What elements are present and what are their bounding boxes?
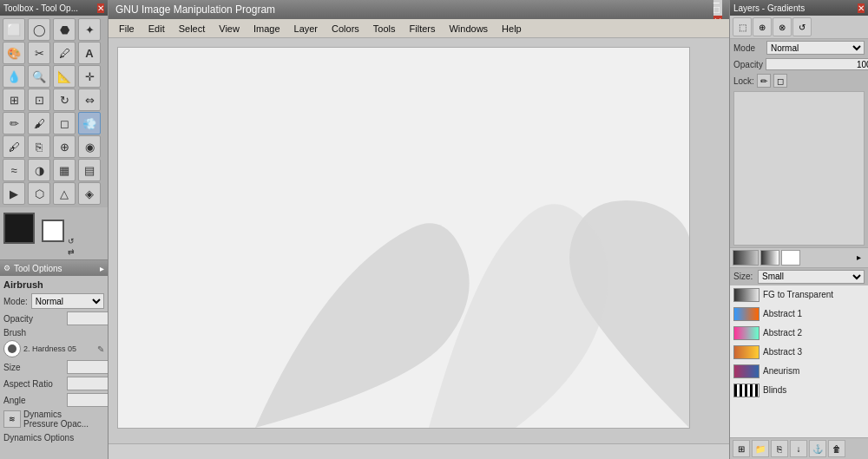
align-tool[interactable]: ⊞ xyxy=(3,89,25,111)
dynamics-options-row: Dynamics Options xyxy=(3,432,104,443)
duplicate-layer-btn[interactable]: ⎘ xyxy=(771,440,788,457)
smudge-tool[interactable]: ≈ xyxy=(3,159,25,181)
gradient-item-abstract2[interactable]: Abstract 2 xyxy=(730,324,868,343)
by-color-select-tool[interactable]: 🎨 xyxy=(3,42,25,64)
brush-preview[interactable] xyxy=(3,340,21,357)
size-input[interactable] xyxy=(67,360,108,374)
gradient-item-abstract1[interactable]: Abstract 1 xyxy=(730,305,868,324)
brush-edit-button[interactable]: ✎ xyxy=(97,344,104,354)
foreground-color-swatch[interactable] xyxy=(3,213,35,244)
magnify-tool[interactable]: 🔍 xyxy=(28,65,50,88)
extra-tool-1[interactable]: ⬡ xyxy=(28,182,50,205)
extra-tool-3[interactable]: ◈ xyxy=(78,182,101,205)
gradients-expand-button[interactable]: ▸ xyxy=(852,251,865,265)
menu-help[interactable]: Help xyxy=(495,22,529,36)
gradient-preview-abstract3 xyxy=(733,345,760,359)
menu-layer[interactable]: Layer xyxy=(287,22,326,36)
gradient-item-abstract3[interactable]: Abstract 3 xyxy=(730,343,868,362)
menu-image[interactable]: Image xyxy=(247,22,287,36)
channels-tab-button[interactable]: ⊕ xyxy=(753,17,772,36)
lock-alpha-button[interactable]: ◻ xyxy=(773,74,787,88)
text-tool[interactable]: A xyxy=(78,42,101,64)
background-color-swatch[interactable] xyxy=(42,220,64,242)
bg-grad-btn[interactable] xyxy=(781,250,800,266)
bucket-fill-tool[interactable]: ▦ xyxy=(53,159,76,181)
layer-thumbnail-area[interactable] xyxy=(733,91,865,246)
measure-tool[interactable]: 📐 xyxy=(53,65,76,88)
layers-tab-button[interactable]: ⬚ xyxy=(733,17,752,36)
blend-tool[interactable]: ▤ xyxy=(78,159,101,181)
ellipse-select-tool[interactable]: ◯ xyxy=(28,18,50,41)
angle-label: Angle xyxy=(3,396,64,405)
scale-tool[interactable]: ⇔ xyxy=(78,89,101,111)
gradient-size-select[interactable]: Small Medium Large xyxy=(758,270,865,284)
layers-panel: Layers - Gradients ✕ ⬚ ⊕ ⊗ ↺ Mode Normal… xyxy=(729,0,868,459)
layers-close-button[interactable]: ✕ xyxy=(858,3,865,13)
free-select-tool[interactable]: ⬣ xyxy=(53,18,76,41)
rect-select-tool[interactable]: ⬜ xyxy=(3,18,25,41)
crop-tool[interactable]: ⊡ xyxy=(28,89,50,111)
dodge-burn-tool[interactable]: ◑ xyxy=(28,159,50,181)
eraser-tool[interactable]: ◻ xyxy=(53,112,76,134)
move-tool[interactable]: ✛ xyxy=(78,65,101,88)
main-title-bar: GNU Image Manipulation Program _ □ ✕ xyxy=(108,0,729,19)
angle-input[interactable] xyxy=(67,393,108,407)
lock-pixels-button[interactable]: ✏ xyxy=(757,74,771,88)
canvas-inner[interactable] xyxy=(117,47,690,429)
fg-to-transparent-grad-btn[interactable] xyxy=(733,250,759,266)
convolve-tool[interactable]: ◉ xyxy=(78,135,101,158)
tool-options-expand[interactable]: ▸ xyxy=(100,264,104,273)
main-maximize-button[interactable]: □ xyxy=(713,3,722,16)
anchor-layer-btn[interactable]: ⚓ xyxy=(809,440,826,457)
gradients-toolbar: ▸ xyxy=(730,247,868,268)
paintbrush-tool[interactable]: 🖌 xyxy=(28,112,50,134)
aspect-ratio-input[interactable] xyxy=(67,377,108,390)
menu-view[interactable]: View xyxy=(212,22,247,36)
menu-file[interactable]: File xyxy=(112,22,141,36)
dynamics-info: Dynamics Pressure Opac... xyxy=(23,410,89,429)
menu-bar: File Edit Select View Image Layer Colors… xyxy=(108,19,729,38)
menu-tools[interactable]: Tools xyxy=(366,22,403,36)
canvas-container[interactable] xyxy=(108,38,729,443)
history-tab-button[interactable]: ↺ xyxy=(792,17,812,36)
rotate-tool[interactable]: ↻ xyxy=(53,89,76,111)
brush-row: Brush xyxy=(3,328,104,338)
reset-colors-hint: ↺ xyxy=(68,237,75,246)
scissors-tool[interactable]: ✂ xyxy=(28,42,50,64)
merge-down-btn[interactable]: ↓ xyxy=(790,440,807,457)
airbrush-tool[interactable]: 💨 xyxy=(78,112,101,134)
fg-bg-grad-btn[interactable] xyxy=(760,250,779,266)
mode-select[interactable]: Normal xyxy=(31,293,104,309)
size-label: Size: xyxy=(733,272,755,281)
gradient-preview-abstract1 xyxy=(733,307,760,321)
script-fu-tool[interactable]: ▶ xyxy=(3,182,25,205)
new-layer-group-btn[interactable]: 📁 xyxy=(752,440,769,457)
layers-opacity-input[interactable] xyxy=(766,58,868,70)
gradient-item-fg-transparent[interactable]: FG to Transparent xyxy=(730,285,868,305)
heal-tool[interactable]: ⊕ xyxy=(53,135,76,158)
layers-mode-select[interactable]: Normal xyxy=(766,41,865,55)
lock-row: Lock: ✏ ◻ xyxy=(730,72,868,89)
paths-tool[interactable]: 🖊 xyxy=(53,42,76,64)
color-picker-tool[interactable]: 💧 xyxy=(3,65,25,88)
gradient-item-blinds[interactable]: Blinds xyxy=(730,381,868,400)
delete-layer-btn[interactable]: 🗑 xyxy=(828,440,845,457)
clone-tool[interactable]: ⎘ xyxy=(28,135,50,158)
gradient-name-aneurism: Aneurism xyxy=(763,366,799,376)
layers-title-bar: Layers - Gradients ✕ xyxy=(730,0,868,16)
menu-filters[interactable]: Filters xyxy=(403,22,443,36)
menu-edit[interactable]: Edit xyxy=(141,22,172,36)
paths-tab-button[interactable]: ⊗ xyxy=(773,17,792,36)
new-layer-from-selection-btn[interactable]: ⊞ xyxy=(733,440,750,457)
gradient-preview-blinds xyxy=(733,384,760,397)
opacity-input[interactable] xyxy=(67,311,108,325)
fuzzy-select-tool[interactable]: ✦ xyxy=(78,18,101,41)
menu-select[interactable]: Select xyxy=(172,22,213,36)
extra-tool-2[interactable]: △ xyxy=(53,182,76,205)
menu-colors[interactable]: Colors xyxy=(325,22,366,36)
gradient-item-aneurism[interactable]: Aneurism xyxy=(730,362,868,381)
menu-windows[interactable]: Windows xyxy=(442,22,495,36)
toolbox-close-button[interactable]: ✕ xyxy=(97,3,104,13)
ink-tool[interactable]: 🖋 xyxy=(3,135,25,158)
pencil-tool[interactable]: ✏ xyxy=(3,112,25,134)
